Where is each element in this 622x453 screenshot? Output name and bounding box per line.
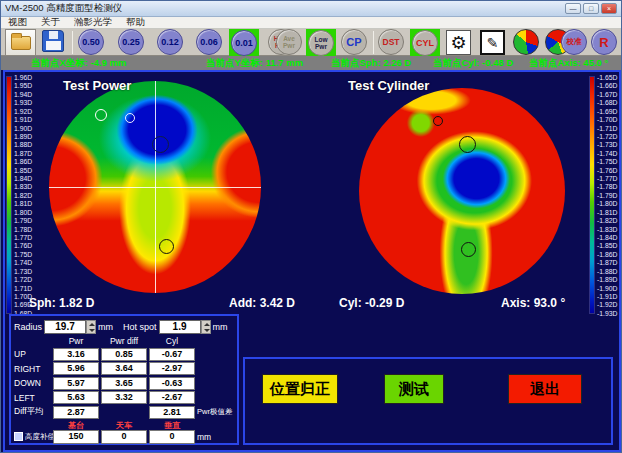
status-cyl: 当前点Cyl: -0.48 D [433,57,513,70]
diff-note: Pwr极值差 [197,407,234,417]
menu-item-view[interactable]: 视图 [1,16,34,29]
settings-button[interactable]: ⚙ [446,30,471,55]
precision-0.01-button-selected[interactable]: 0.01 [229,29,259,56]
main-area: 1.96D1.95D1.94D1.93D1.92D1.91D1.90D1.89D… [3,70,621,452]
comp-vertical-input[interactable]: 0 [149,430,195,444]
menu-item-help[interactable]: 帮助 [119,16,152,29]
sph-value: 1.82 D [59,296,94,310]
maximize-button[interactable]: □ [583,3,599,14]
scale-tick-label: 1.71D [14,285,41,292]
scale-tick-label: -1.86D [597,251,622,258]
scale-tick-label: -1.65D [597,74,622,81]
dst-button[interactable]: DST [378,29,404,55]
precision-0.25-button[interactable]: 0.25 [118,29,144,55]
cyl-button-selected[interactable]: CYL [410,29,440,56]
scale-tick-label: 1.87D [14,150,41,157]
radius-stepper-down[interactable] [87,327,95,333]
power-map-button[interactable] [513,29,539,55]
scale-tick-label: -1.76D [597,167,622,174]
scale-tick-label: 1.86D [14,158,41,165]
scale-tick-label: 1.75D [14,251,41,258]
cylinder-map[interactable] [359,88,565,294]
low-pwr-circle: Low Pwr [308,30,334,56]
scale-tick-label: -1.75D [597,158,622,165]
hotspot-input[interactable]: 1.9 [159,320,201,334]
gear-icon: ⚙ [450,34,466,52]
scale-tick-label: -1.89D [597,276,622,283]
scale-tick-label: 1.77D [14,234,41,241]
scale-tick-label: 1.82D [14,192,41,199]
exit-button[interactable]: 退出 [508,374,582,404]
measure-value-cell: -2.97 [149,362,195,375]
height-compensation-checkbox[interactable] [14,432,23,441]
radius-stepper: 19.7 [44,320,96,334]
r-button[interactable]: R [591,29,617,55]
toolbar-separator [72,31,73,54]
annotation-circle [125,113,135,123]
right-color-scale-strip [589,76,595,314]
scale-tick-label: 1.85D [14,167,41,174]
scale-tick-label: -1.78D [597,183,622,190]
scale-tick-label: 1.74D [14,259,41,266]
cp-button[interactable]: CP [341,29,367,55]
measure-value-cell: 5.63 [53,391,99,404]
scale-tick-label: 1.89D [14,133,41,140]
save-button[interactable] [42,30,67,55]
status-y-coordinate: 当前点Y坐标: 11.7 mm [206,57,303,70]
low-pwr-button-selected[interactable]: Low Pwr [306,29,336,56]
radius-input[interactable]: 19.7 [44,320,86,334]
menu-item-company[interactable]: 瀚影光学 [67,16,119,29]
annotation-circle [159,239,174,254]
test-button[interactable]: 测试 [384,374,444,404]
comp-unit: mm [197,432,234,442]
scale-tick-label: -1.66D [597,82,622,89]
scale-tick-label: 1.79D [14,217,41,224]
comp-carriage-input[interactable]: 0 [101,430,147,444]
scale-tick-label: 1.76D [14,242,41,249]
measure-value-cell: -2.67 [149,391,195,404]
measure-value-cell: 0.85 [101,348,147,361]
scale-tick-label: 1.92D [14,108,41,115]
scale-tick-label: -1.91D [597,293,622,300]
direction-label-left: LEFT [14,393,51,403]
hotspot-stepper-down[interactable] [202,327,210,333]
direction-label-down: DOWN [14,378,51,388]
power-map[interactable] [49,81,261,293]
open-file-button[interactable] [5,29,36,56]
reposition-button[interactable]: 位置归正 [262,374,338,404]
cyl-value: -0.29 D [365,296,404,310]
status-x-coordinate: 当前点X坐标: -4.9 mm [31,57,127,70]
annotation-circle [459,136,476,153]
menu-item-about[interactable]: 关于 [34,16,67,29]
height-compensation-label: 高度补偿 [25,432,55,442]
header-spacer [14,336,51,346]
edit-button[interactable]: ✎ [480,30,505,55]
minimize-button[interactable]: — [565,3,581,14]
close-button[interactable]: × [601,3,617,14]
calibrate-button[interactable]: 校准 [561,29,587,55]
scale-tick-label: -1.93D [597,310,622,317]
measure-value-cell: -0.63 [149,377,195,390]
scale-tick-label: 1.95D [14,82,41,89]
scale-tick-label: 1.91D [14,116,41,123]
scale-tick-label: -1.82D [597,217,622,224]
hotspot-unit: mm [213,322,228,332]
toolbar-separator [373,31,374,54]
right-color-scale-labels: -1.65D-1.66D-1.67D-1.68D-1.69D-1.70D-1.7… [597,74,622,317]
crosshair-horizontal [49,187,261,188]
precision-0.12-button[interactable]: 0.12 [157,29,183,55]
scale-tick-label: -1.80D [597,200,622,207]
measure-value-cell: 3.64 [101,362,147,375]
comp-base-input[interactable]: 150 [53,430,99,444]
add-readout: Add: 3.42 D [229,296,295,310]
floppy-icon [42,30,64,52]
precision-0.50-button[interactable]: 0.50 [78,29,104,55]
scale-tick-label: -1.74D [597,150,622,157]
ave-pwr-button[interactable]: Ave Pwr [276,29,302,55]
column-header-cyl: Cyl [149,336,195,346]
direction-label-up: UP [14,349,51,359]
precision-0.06-button[interactable]: 0.06 [196,29,222,55]
cyl-readout: Cyl: -0.29 D [339,296,404,310]
toolbar: 0.50 0.25 0.12 0.06 0.01 High Pwr Ave Pw… [1,29,621,56]
measure-value-cell: 3.65 [101,377,147,390]
